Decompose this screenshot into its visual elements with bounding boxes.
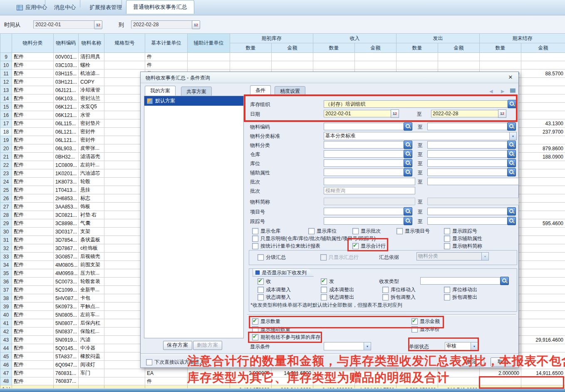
cell[interactable]: 配件 — [12, 228, 54, 236]
cell[interactable]: 配件 — [12, 253, 54, 261]
date-from-field[interactable]: 2022-02-01 — [324, 110, 393, 117]
cell[interactable]: 5C1099... — [54, 286, 79, 294]
field-input-from[interactable] — [324, 150, 406, 158]
field-input-to[interactable] — [427, 150, 510, 158]
checkbox-显示合计行[interactable]: 显示合计行 — [352, 243, 386, 249]
lookup-icon[interactable] — [404, 168, 412, 176]
checkbox-box[interactable] — [258, 254, 264, 261]
cell[interactable]: 支架 — [79, 228, 104, 236]
cell[interactable] — [480, 61, 521, 69]
cell[interactable] — [521, 178, 565, 186]
cell[interactable]: 汽滤 — [79, 336, 104, 344]
cell[interactable]: 5K0973... — [54, 303, 79, 311]
cell[interactable] — [104, 369, 145, 377]
cell[interactable] — [104, 111, 145, 119]
cell[interactable]: 06L121... — [54, 128, 79, 136]
cell[interactable]: 14,911.6500 — [521, 369, 565, 377]
io-type-input[interactable] — [420, 277, 503, 285]
tab-my-plans[interactable]: 我的方案 — [145, 86, 176, 96]
cell[interactable]: 5HV087... — [54, 294, 79, 303]
cell[interactable]: 3C0821... — [54, 211, 79, 219]
cell[interactable]: 平触点... — [79, 303, 104, 311]
cell[interactable] — [313, 369, 355, 377]
cell[interactable]: 配件 — [12, 244, 54, 253]
cell[interactable] — [104, 269, 145, 278]
cell[interactable]: 配件 — [12, 269, 54, 278]
cell[interactable] — [480, 377, 521, 385]
checkbox-box[interactable] — [258, 287, 264, 293]
cell[interactable]: 配件 — [12, 311, 54, 319]
field-input-to[interactable] — [427, 208, 510, 215]
cell[interactable]: 件 — [145, 61, 188, 69]
cell[interactable]: 3D0317... — [54, 228, 79, 236]
cell[interactable]: 配件 — [12, 153, 54, 161]
cell[interactable] — [104, 361, 145, 369]
cell[interactable]: 配件 — [12, 377, 54, 385]
lookup-icon[interactable] — [507, 122, 516, 131]
checkbox-box[interactable] — [444, 294, 450, 300]
cell[interactable]: 配件 — [12, 344, 54, 352]
date-to-field[interactable]: 2022-02-28 — [431, 110, 500, 117]
cell[interactable]: 滤清器壳 — [79, 153, 104, 161]
cell[interactable]: 悬挂 — [79, 186, 104, 194]
cell[interactable]: 188.0900 — [521, 153, 565, 161]
cell[interactable] — [104, 319, 145, 327]
cell[interactable] — [521, 261, 565, 269]
checkbox-显示金额[interactable]: 显示金额 — [411, 318, 440, 325]
tab-扩展报表管理[interactable]: 扩展报表管理 — [85, 0, 126, 15]
lookup-icon[interactable] — [507, 168, 516, 176]
cell[interactable] — [521, 103, 565, 111]
cell[interactable]: 06L115... — [54, 119, 79, 128]
cell[interactable] — [104, 236, 145, 244]
cell[interactable]: 06K103... — [54, 94, 79, 103]
plan-item-default[interactable]: 默认方案 — [144, 96, 243, 106]
checkbox-box[interactable] — [308, 228, 315, 234]
cell[interactable]: 4M0959... — [54, 269, 79, 278]
checkbox-显示项目号[interactable]: 显示项目号 — [396, 228, 430, 234]
cell[interactable] — [313, 377, 355, 385]
checkbox-box[interactable] — [411, 326, 418, 332]
cell[interactable] — [104, 336, 145, 344]
cell[interactable]: 3D7867... — [54, 244, 79, 253]
cell[interactable]: 29,916.4600 — [521, 336, 565, 344]
cell[interactable]: 配件 — [12, 369, 54, 377]
checkbox-box[interactable] — [352, 243, 359, 249]
cell[interactable]: 配件 — [12, 119, 54, 128]
cell[interactable]: 饰板 — [79, 203, 104, 211]
cell[interactable] — [104, 186, 145, 194]
cell[interactable] — [104, 203, 145, 211]
cell[interactable]: 0BH32... — [54, 153, 79, 161]
checkbox-box[interactable] — [444, 287, 450, 293]
cell[interactable]: 配件 — [12, 86, 54, 94]
cell[interactable]: 前围支架 — [79, 261, 104, 269]
checkbox-box[interactable] — [444, 243, 450, 249]
tab-conditions[interactable]: 条件 — [250, 85, 271, 95]
checkbox-期初包括不参与核算的库存[interactable]: 期初包括不参与核算的库存 — [252, 334, 320, 340]
checkbox-box[interactable] — [321, 287, 327, 293]
delete-plan-button[interactable]: 删除方案 — [193, 341, 222, 350]
cell[interactable] — [521, 327, 565, 336]
cell[interactable] — [188, 369, 230, 377]
cell[interactable]: 后保内杠 — [79, 319, 104, 327]
cell[interactable]: 水泵Q5 — [79, 103, 104, 111]
checkbox-显示辅助属性[interactable]: 显示辅助属性 — [444, 235, 482, 242]
cell[interactable]: 配件 — [12, 261, 54, 269]
cell[interactable] — [521, 228, 565, 236]
cell[interactable]: 条状盖板 — [79, 236, 104, 244]
field-input-to[interactable] — [427, 217, 510, 225]
cell[interactable] — [104, 94, 145, 103]
cell[interactable]: 配件 — [12, 78, 54, 86]
cell[interactable] — [521, 253, 565, 261]
nav-right-icon[interactable]: ▶ — [501, 89, 504, 94]
cell[interactable]: 全新甲... — [79, 286, 104, 294]
cell[interactable]: 14,911.6500 — [272, 369, 313, 377]
cell[interactable]: 配件 — [12, 327, 54, 336]
checkbox-box[interactable] — [252, 334, 258, 340]
cell[interactable]: 5N0837... — [54, 327, 79, 336]
cell[interactable]: 车门 — [79, 369, 104, 377]
cell[interactable] — [104, 286, 145, 294]
checkbox-成本调整出[interactable]: 成本调整出 — [321, 286, 354, 293]
cell[interactable]: 5C0073... — [54, 278, 79, 286]
tab-应用中心[interactable]: 应用中心 — [12, 0, 51, 15]
checkbox-库位移动出[interactable]: 库位移动出 — [444, 286, 477, 293]
